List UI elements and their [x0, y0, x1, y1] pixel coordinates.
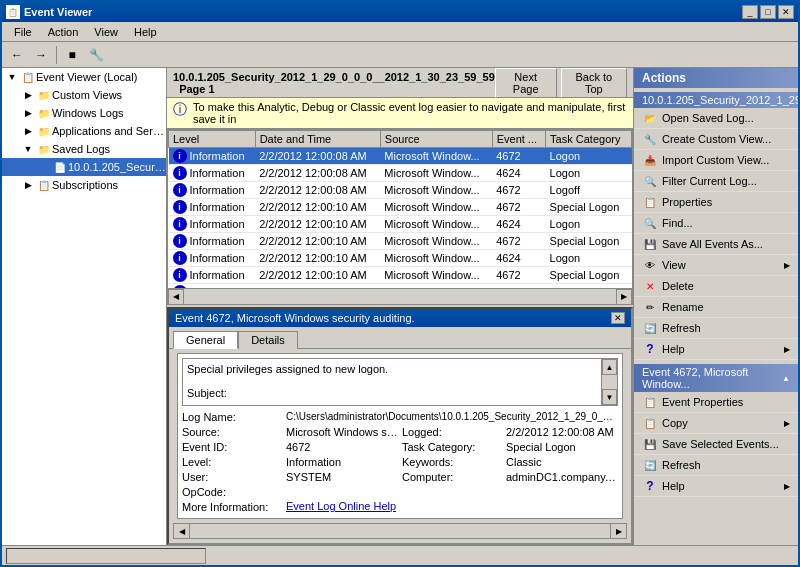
sidebar-item-saved-logs[interactable]: ▼ 📁 Saved Logs [2, 140, 166, 158]
cell-datetime: 2/2/2012 12:00:10 AM [255, 199, 380, 216]
rename-icon: ✏ [642, 299, 658, 315]
detail-scroll-right[interactable]: ▶ [610, 524, 626, 538]
next-page-button[interactable]: Next Page [495, 68, 557, 98]
scroll-up-btn[interactable]: ▲ [602, 359, 617, 375]
cell-datetime: 2/2/2012 12:00:08 AM [255, 182, 380, 199]
properties-icon: 📋 [642, 194, 658, 210]
col-datetime[interactable]: Date and Time [255, 131, 380, 148]
sidebar-label-windows-logs: Windows Logs [52, 107, 124, 119]
cell-datetime: 2/2/2012 12:00:08 AM [255, 148, 380, 165]
action-filter-log[interactable]: 🔍 Filter Current Log... [634, 171, 798, 192]
action-find[interactable]: 🔍 Find... [634, 213, 798, 234]
menu-file[interactable]: File [6, 24, 40, 40]
minimize-button[interactable]: _ [742, 5, 758, 19]
detail-close-button[interactable]: ✕ [611, 312, 625, 324]
action-event-properties[interactable]: 📋 Event Properties [634, 392, 798, 413]
action-help-1[interactable]: ? Help ▶ [634, 339, 798, 360]
save-all-events-icon: 💾 [642, 236, 658, 252]
menu-help[interactable]: Help [126, 24, 165, 40]
title-bar: 📋 Event Viewer _ □ ✕ [2, 2, 798, 22]
action-button[interactable]: ■ [61, 44, 83, 66]
tab-general[interactable]: General [173, 331, 238, 349]
cell-event-id: 4624 [492, 216, 545, 233]
action-open-saved-log[interactable]: 📂 Open Saved Log... [634, 108, 798, 129]
action-copy[interactable]: 📋 Copy ▶ [634, 413, 798, 434]
tab-details[interactable]: Details [238, 331, 298, 349]
tree-icon-saved-logs: 📁 [36, 141, 52, 157]
sidebar-item-event-viewer[interactable]: ▼ 📋 Event Viewer (Local) [2, 68, 166, 86]
detail-h-scrollbar[interactable]: ◀ ▶ [173, 523, 627, 539]
action-save-all-events[interactable]: 💾 Save All Events As... [634, 234, 798, 255]
action-refresh-1[interactable]: 🔄 Refresh [634, 318, 798, 339]
table-row[interactable]: i Information 2/2/2012 12:00:08 AM Micro… [169, 165, 632, 182]
action-save-selected[interactable]: 💾 Save Selected Events... [634, 434, 798, 455]
action-refresh-2[interactable]: 🔄 Refresh [634, 455, 798, 476]
detail-title-bar: Event 4672, Microsoft Windows security a… [169, 309, 631, 327]
detail-scroll-left[interactable]: ◀ [174, 524, 190, 538]
sidebar-label-subscriptions: Subscriptions [52, 179, 118, 191]
horizontal-scrollbar[interactable]: ◀ ▶ [168, 288, 632, 304]
main-window: 📋 Event Viewer _ □ ✕ File Action View He… [0, 0, 800, 567]
expander-icon-app[interactable]: ▶ [20, 123, 36, 139]
action-delete[interactable]: ✕ Delete [634, 276, 798, 297]
app-icon: 📋 [6, 5, 20, 19]
title-controls: _ □ ✕ [742, 5, 794, 19]
scroll-down-btn[interactable]: ▼ [602, 389, 617, 405]
sidebar-item-app-services[interactable]: ▶ 📁 Applications and Services Lo [2, 122, 166, 140]
table-row[interactable]: i Information 2/2/2012 12:00:08 AM Micro… [169, 148, 632, 165]
table-row[interactable]: i Information 2/2/2012 12:00:08 AM Micro… [169, 182, 632, 199]
expander-icon-subs[interactable]: ▶ [20, 177, 36, 193]
more-info-link[interactable]: Event Log Online Help [286, 500, 618, 514]
action-help-2[interactable]: ? Help ▶ [634, 476, 798, 497]
sidebar-item-custom-views[interactable]: ▶ 📁 Custom Views [2, 86, 166, 104]
back-button[interactable]: ← [6, 44, 28, 66]
table-row[interactable]: i Information 2/2/2012 12:00:10 AM Micro… [169, 267, 632, 284]
col-level[interactable]: Level [169, 131, 256, 148]
col-task[interactable]: Task Category [546, 131, 632, 148]
table-row[interactable]: i Information 2/2/2012 12:00:10 AM Micro… [169, 216, 632, 233]
action-import-custom-view[interactable]: 📥 Import Custom View... [634, 150, 798, 171]
back-to-top-button[interactable]: Back to Top [561, 68, 627, 98]
scroll-right-button[interactable]: ▶ [616, 289, 632, 305]
action-properties[interactable]: 📋 Properties [634, 192, 798, 213]
menu-view[interactable]: View [86, 24, 126, 40]
refresh-2-icon: 🔄 [642, 457, 658, 473]
cell-event-id: 4624 [492, 250, 545, 267]
expander-icon-saved[interactable]: ▼ [20, 141, 36, 157]
menu-action[interactable]: Action [40, 24, 87, 40]
table-row[interactable]: i Information 2/2/2012 12:00:10 AM Micro… [169, 199, 632, 216]
cell-level: i Information [169, 165, 256, 182]
action-view[interactable]: 👁 View ▶ [634, 255, 798, 276]
action-create-custom-view[interactable]: 🔧 Create Custom View... [634, 129, 798, 150]
import-custom-view-icon: 📥 [642, 152, 658, 168]
table-row[interactable]: i Information 2/2/2012 12:00:10 AM Micro… [169, 233, 632, 250]
close-button[interactable]: ✕ [778, 5, 794, 19]
forward-button[interactable]: → [30, 44, 52, 66]
computer-value: adminDC1.company.local [506, 470, 618, 484]
sidebar-item-windows-logs[interactable]: ▶ 📁 Windows Logs [2, 104, 166, 122]
toolbar-separator [56, 46, 57, 64]
opcode-label: OpCode: [182, 485, 282, 499]
cell-task: Logon [546, 165, 632, 182]
detail-scroll-track[interactable] [190, 524, 610, 538]
sidebar-item-subscriptions[interactable]: ▶ 📋 Subscriptions [2, 176, 166, 194]
properties-button[interactable]: 🔧 [85, 44, 107, 66]
cell-event-id: 4672 [492, 233, 545, 250]
expander-icon-custom[interactable]: ▶ [20, 87, 36, 103]
open-saved-log-icon: 📂 [642, 110, 658, 126]
scroll-left-button[interactable]: ◀ [168, 289, 184, 305]
expander-icon-security[interactable] [36, 159, 52, 175]
expander-icon[interactable]: ▼ [4, 69, 20, 85]
table-row[interactable]: i Information 2/2/2012 12:00:10 AM Micro… [169, 250, 632, 267]
table-scroll[interactable]: Level Date and Time Source Event ... Tas… [168, 130, 632, 288]
col-event-id[interactable]: Event ... [492, 131, 545, 148]
expander-icon-windows[interactable]: ▶ [20, 105, 36, 121]
action-rename[interactable]: ✏ Rename [634, 297, 798, 318]
main-content: ▼ 📋 Event Viewer (Local) ▶ 📁 Custom View… [2, 68, 798, 545]
maximize-button[interactable]: □ [760, 5, 776, 19]
title-bar-left: 📋 Event Viewer [6, 5, 92, 19]
scroll-track[interactable] [184, 289, 616, 304]
col-source[interactable]: Source [380, 131, 492, 148]
cell-source: Microsoft Window... [380, 267, 492, 284]
sidebar-item-security-log[interactable]: 📄 10.0.1.205_Security_2012_... [2, 158, 166, 176]
